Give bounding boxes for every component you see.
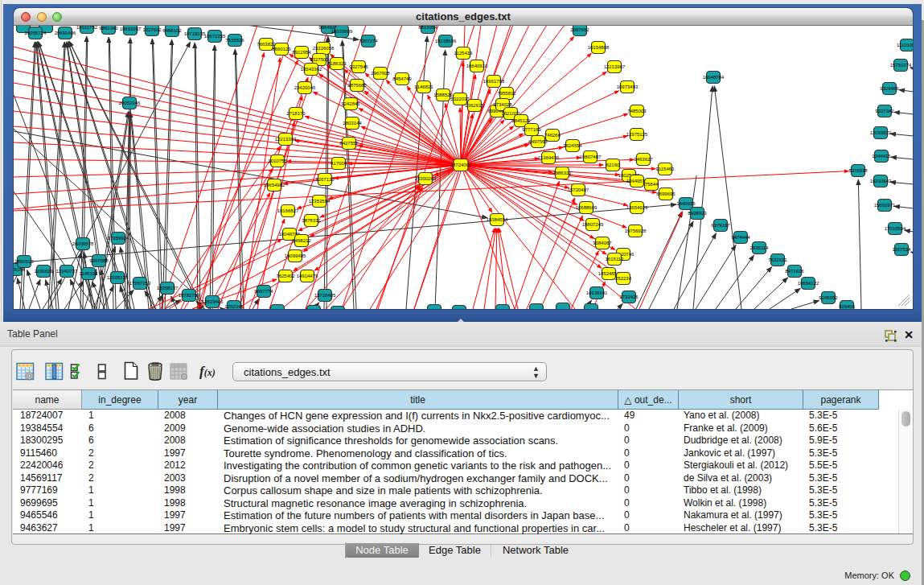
svg-text:9657774: 9657774 <box>254 289 273 294</box>
svg-text:8186323: 8186323 <box>327 61 347 66</box>
svg-text:20691406: 20691406 <box>55 31 76 35</box>
svg-text:2803144: 2803144 <box>343 121 362 126</box>
svg-text:8471626: 8471626 <box>785 269 804 274</box>
svg-text:7625402: 7625402 <box>276 274 295 278</box>
svg-text:21364436: 21364436 <box>538 155 560 160</box>
svg-text:16033809: 16033809 <box>331 29 353 34</box>
svg-text:12353594: 12353594 <box>309 199 331 204</box>
svg-text:19218506: 19218506 <box>435 39 457 43</box>
svg-text:14099485: 14099485 <box>285 253 306 258</box>
svg-text:6497568: 6497568 <box>528 139 548 144</box>
svg-text:17957253: 17957253 <box>129 281 151 286</box>
svg-text:252234: 252234 <box>615 276 632 281</box>
svg-text:12975125: 12975125 <box>626 132 648 137</box>
svg-text:8813054: 8813054 <box>418 26 437 30</box>
svg-text:19756928: 19756928 <box>625 229 647 233</box>
svg-text:16154808: 16154808 <box>588 45 610 50</box>
svg-text:929456: 929456 <box>839 304 856 309</box>
svg-text:12093822: 12093822 <box>870 130 892 135</box>
svg-text:2935114: 2935114 <box>750 245 770 250</box>
svg-text:7955812: 7955812 <box>497 91 516 96</box>
svg-text:9084067: 9084067 <box>593 241 612 245</box>
svg-text:6379197: 6379197 <box>711 223 730 228</box>
svg-text:5322037: 5322037 <box>450 97 470 101</box>
svg-text:10782759: 10782759 <box>179 293 200 298</box>
svg-text:15720407: 15720407 <box>568 187 589 192</box>
svg-text:12823446: 12823446 <box>202 299 224 304</box>
svg-text:16543362: 16543362 <box>301 67 322 72</box>
svg-text:16961758: 16961758 <box>483 79 505 84</box>
svg-text:14914479: 14914479 <box>297 274 318 278</box>
svg-text:12213363: 12213363 <box>275 137 297 142</box>
svg-text:15751074: 15751074 <box>890 63 912 68</box>
svg-text:23226058: 23226058 <box>313 46 335 51</box>
svg-text:1327602: 1327602 <box>142 27 162 32</box>
svg-text:10719135: 10719135 <box>184 31 206 36</box>
svg-text:8215938: 8215938 <box>848 168 868 173</box>
svg-text:3878332: 3878332 <box>302 218 321 223</box>
svg-text:16210643: 16210643 <box>870 179 892 183</box>
svg-text:417006: 417006 <box>331 161 347 166</box>
svg-text:1362615: 1362615 <box>465 103 484 108</box>
svg-text:10671355: 10671355 <box>204 34 226 39</box>
svg-text:1156829: 1156829 <box>35 269 54 274</box>
svg-text:6466102: 6466102 <box>162 28 182 33</box>
svg-text:16648784: 16648784 <box>703 75 725 80</box>
svg-text:9463627: 9463627 <box>634 157 653 162</box>
svg-text:9861340: 9861340 <box>99 26 118 31</box>
svg-text:10358137: 10358137 <box>157 286 179 290</box>
svg-text:14136141: 14136141 <box>586 290 608 295</box>
svg-text:9845121: 9845121 <box>511 118 531 123</box>
svg-text:13654923: 13654923 <box>626 205 648 210</box>
svg-text:3624554: 3624554 <box>563 143 582 148</box>
svg-text:9777169: 9777169 <box>522 127 541 132</box>
svg-text:20206578: 20206578 <box>72 241 94 246</box>
svg-text:9734028: 9734028 <box>493 102 512 107</box>
svg-text:10973493: 10973493 <box>617 84 639 89</box>
svg-text:7632621: 7632621 <box>768 257 787 262</box>
svg-text:9474444: 9474444 <box>731 235 750 240</box>
svg-text:2718170: 2718170 <box>286 111 306 116</box>
svg-text:7357274: 7357274 <box>359 39 378 43</box>
svg-text:10311752: 10311752 <box>76 26 98 30</box>
svg-text:19166827: 19166827 <box>277 208 299 213</box>
svg-text:9327503: 9327503 <box>310 57 329 62</box>
svg-text:8938923: 8938923 <box>688 211 707 216</box>
svg-text:18807249: 18807249 <box>582 222 604 227</box>
svg-text:1145193: 1145193 <box>80 271 99 276</box>
svg-text:18724007: 18724007 <box>450 163 472 167</box>
svg-text:7986322: 7986322 <box>552 171 572 175</box>
svg-text:19384554: 19384554 <box>487 217 508 222</box>
svg-text:9115460: 9115460 <box>656 167 676 171</box>
svg-text:16640910: 16640910 <box>466 64 488 68</box>
svg-text:13716485: 13716485 <box>314 293 336 298</box>
svg-text:12213967: 12213967 <box>604 64 626 69</box>
svg-text:75844: 75844 <box>645 182 659 187</box>
svg-text:8454749: 8454749 <box>392 76 412 81</box>
svg-text:10653267: 10653267 <box>120 27 142 31</box>
svg-text:7485003: 7485003 <box>627 109 647 113</box>
svg-text:8660123: 8660123 <box>272 47 291 51</box>
svg-text:8912954: 8912954 <box>292 50 311 55</box>
svg-text:24055724: 24055724 <box>25 31 47 35</box>
svg-text:17010504: 17010504 <box>885 226 906 231</box>
svg-text:7515526: 7515526 <box>225 38 244 43</box>
svg-text:12342737: 12342737 <box>56 269 78 274</box>
svg-text:11121066: 11121066 <box>897 43 913 47</box>
svg-text:1244415: 1244415 <box>872 154 891 159</box>
svg-text:10807487: 10807487 <box>580 154 602 159</box>
svg-text:1010755: 1010755 <box>268 159 287 163</box>
svg-text:3267130: 3267130 <box>315 177 335 182</box>
svg-text:1640935: 1640935 <box>676 201 696 206</box>
svg-text:1167534: 1167534 <box>893 247 912 252</box>
svg-text:23420046: 23420046 <box>294 85 316 90</box>
svg-text:3875685: 3875685 <box>347 83 367 88</box>
svg-text:9097588: 9097588 <box>89 258 109 263</box>
svg-text:9245652: 9245652 <box>819 295 838 300</box>
svg-text:62160: 62160 <box>606 163 620 167</box>
svg-text:19654982: 19654982 <box>264 183 285 187</box>
svg-text:1292346: 1292346 <box>224 304 244 309</box>
svg-text:9242845: 9242845 <box>341 101 360 106</box>
svg-text:2967608: 2967608 <box>371 71 390 76</box>
svg-text:9498212: 9498212 <box>292 238 311 243</box>
